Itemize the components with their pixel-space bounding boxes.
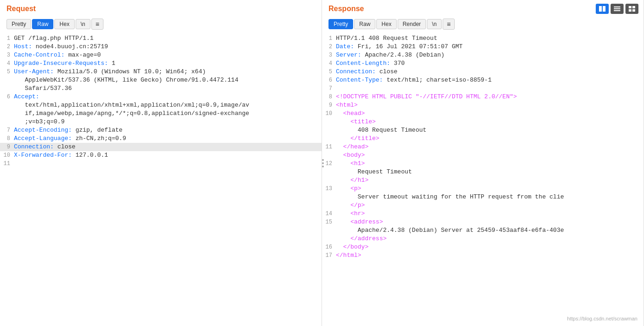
request-panel: Request Pretty Raw Hex \n ≡ 1 GET /flag.… [0, 0, 322, 326]
table-row: 12 <h1> [322, 160, 644, 168]
table-row: 9 <html> [322, 101, 644, 109]
table-row: 2 Date: Fri, 16 Jul 2021 07:51:07 GMT [322, 43, 644, 51]
table-row: 9 Connection: close [0, 143, 322, 151]
panel-divider [322, 159, 324, 167]
tab-response-pretty[interactable]: Pretty [328, 19, 353, 29]
table-row: 14 <hr> [322, 210, 644, 218]
response-panel: Response Pretty Raw Hex Render \n ≡ 1 HT… [322, 0, 644, 326]
tab-request-raw[interactable]: Raw [32, 19, 53, 29]
table-row: 3 Cache-Control: max-age=0 [0, 51, 322, 59]
table-row: 4 Upgrade-Insecure-Requests: 1 [0, 59, 322, 68]
table-row: 10 X-Forwarded-For: 127.0.0.1 [0, 151, 322, 160]
table-row: 13 <p> [322, 185, 644, 193]
table-row: 7 [322, 84, 644, 93]
svg-rect-2 [614, 6, 620, 7]
tab-response-raw[interactable]: Raw [354, 19, 375, 29]
table-row: 5 User-Agent: Mozilla/5.0 (Windows NT 10… [0, 68, 322, 76]
svg-rect-1 [603, 6, 605, 12]
table-row: </title> [322, 134, 644, 143]
svg-rect-8 [632, 9, 635, 12]
table-row: </address> [322, 235, 644, 243]
tab-request-hex[interactable]: Hex [54, 19, 74, 29]
table-row: Apache/2.4.38 (Debian) Server at 25459-4… [322, 226, 644, 235]
tab-request-menu[interactable]: ≡ [91, 19, 103, 30]
svg-rect-7 [629, 9, 631, 12]
table-row: 11 </head> [322, 143, 644, 151]
view-toggle-bar [596, 4, 638, 14]
table-row: <body> [322, 151, 644, 160]
table-row: if,image/webp,image/apng,*/*;q=0.8,appli… [0, 109, 322, 118]
table-row: Request Timeout [322, 168, 644, 176]
table-row: 1 HTTP/1.1 408 Request Timeout [322, 34, 644, 43]
table-row: AppleWebKit/537.36 (KHTML, like Gecko) C… [0, 76, 322, 84]
response-content: 1 HTTP/1.1 408 Request Timeout 2 Date: F… [322, 32, 644, 326]
table-row: 5 Connection: close [322, 68, 644, 76]
tab-request-newline[interactable]: \n [76, 19, 90, 29]
table-row: 3 Server: Apache/2.4.38 (Debian) [322, 51, 644, 59]
table-row: 408 Request Timeout [322, 126, 644, 134]
svg-rect-5 [629, 6, 631, 8]
svg-rect-3 [614, 8, 620, 9]
table-row: 6 Accept: [0, 93, 322, 101]
request-title: Request [6, 5, 315, 13]
table-row: 10 <head> [322, 109, 644, 118]
table-row: 8 <!DOCTYPE HTML PUBLIC "-//IETF//DTD HT… [322, 93, 644, 101]
table-row: </h1> [322, 176, 644, 185]
main-container: Request Pretty Raw Hex \n ≡ 1 GET /flag.… [0, 0, 644, 326]
table-row: </p> [322, 201, 644, 210]
table-row: 11 [0, 160, 322, 168]
request-tab-bar: Pretty Raw Hex \n ≡ [0, 19, 322, 32]
request-header: Request [0, 0, 322, 19]
response-tab-bar: Pretty Raw Hex Render \n ≡ [322, 19, 644, 32]
tab-response-render[interactable]: Render [398, 19, 426, 29]
svg-rect-4 [614, 10, 620, 11]
table-row: Safari/537.36 [0, 84, 322, 93]
svg-rect-6 [632, 6, 635, 8]
table-row: 2 Host: node4.buuoj.cn:25719 [0, 43, 322, 51]
tab-response-menu[interactable]: ≡ [443, 19, 455, 30]
request-content: 1 GET /flag.php HTTP/1.1 2 Host: node4.b… [0, 32, 322, 326]
table-row: <title> [322, 118, 644, 126]
response-title: Response [328, 5, 637, 13]
table-row: 8 Accept-Language: zh-CN,zh;q=0.9 [0, 134, 322, 143]
table-row: ;v=b3;q=0.9 [0, 118, 322, 126]
table-row: 4 Content-Length: 370 [322, 59, 644, 68]
table-row: 16 </body> [322, 243, 644, 251]
table-row: text/html,application/xhtml+xml,applicat… [0, 101, 322, 109]
table-row: 17 </html> [322, 251, 644, 260]
watermark: https://blog.csdn.net/scrawman [567, 316, 638, 321]
svg-rect-0 [599, 6, 602, 12]
tab-response-newline[interactable]: \n [427, 19, 442, 29]
table-row: 6 Content-Type: text/html; charset=iso-8… [322, 76, 644, 84]
grid-view-button[interactable] [625, 4, 638, 14]
table-row: 1 GET /flag.php HTTP/1.1 [0, 34, 322, 43]
tab-request-pretty[interactable]: Pretty [6, 19, 31, 29]
table-row: 7 Accept-Encoding: gzip, deflate [0, 126, 322, 134]
list-view-button[interactable] [611, 4, 624, 14]
split-view-button[interactable] [596, 4, 609, 14]
tab-response-hex[interactable]: Hex [376, 19, 396, 29]
table-row: Server timeout waiting for the HTTP requ… [322, 193, 644, 201]
table-row: 15 <address> [322, 218, 644, 226]
